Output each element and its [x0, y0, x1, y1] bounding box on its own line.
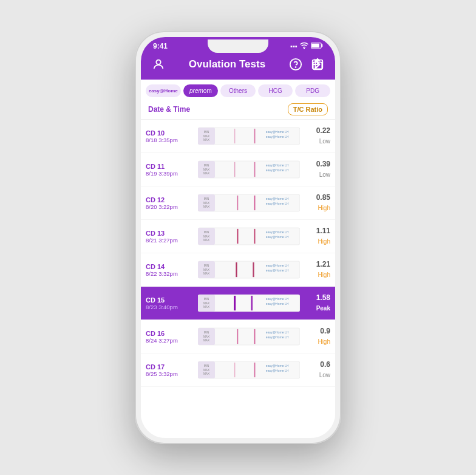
row-date-cd14: CD 14 8/22 3:32pm [146, 263, 194, 277]
svg-text:easy@Home LH: easy@Home LH [266, 135, 289, 138]
svg-text:easy@Home LH: easy@Home LH [266, 235, 289, 239]
result-cd15: 1.58 Peak [304, 293, 330, 313]
row-date-cd13: CD 13 8/21 3:27pm [146, 230, 194, 244]
svg-text:MIN: MIN [204, 264, 209, 267]
tab-premom[interactable]: premom [183, 84, 219, 97]
svg-text:MAX: MAX [203, 268, 210, 272]
row-date-cd17: CD 17 8/25 3:32pm [146, 363, 194, 377]
battery-icon [311, 42, 323, 50]
share-button[interactable] [310, 56, 325, 72]
svg-text:easy@Home LH: easy@Home LH [266, 302, 289, 306]
test-strip-cd11: MIN MAX MAX easy@Home LH easy@Home LH [198, 157, 300, 182]
svg-text:easy@Home LH: easy@Home LH [266, 364, 289, 367]
test-strip-cd13: MIN MAX MAX easy@Home LH easy@Home LH [198, 224, 300, 249]
test-row-peak: CD 15 8/23 3:40pm MIN MAX MAX easy@Home … [141, 287, 335, 320]
svg-text:easy@Home LH: easy@Home LH [266, 230, 289, 234]
row-date-cd10: CD 10 8/18 3:35pm [146, 129, 194, 143]
test-row: CD 10 8/18 3:35pm MIN MAX MAX easy@Home … [141, 120, 335, 153]
tab-hcg[interactable]: HCG [258, 84, 293, 97]
result-cd12: 0.85 High [304, 193, 330, 213]
result-cd13: 1.11 High [304, 227, 330, 246]
row-date-cd11: CD 11 8/19 3:39pm [146, 163, 194, 177]
svg-point-0 [304, 48, 305, 49]
result-cd17: 0.6 Low [304, 360, 330, 380]
result-cd10: 0.22 Low [304, 126, 330, 146]
svg-text:MAX: MAX [203, 339, 210, 342]
svg-text:MAX: MAX [203, 306, 210, 309]
test-strip-cd10: MIN MAX MAX easy@Home LH easy@Home LH [198, 123, 300, 149]
tab-bar: easy@Home premom Others HCG PDG [141, 80, 335, 100]
status-icons: ▪▪▪ [290, 42, 323, 50]
phone-screen: 9:41 ▪▪▪ [141, 37, 335, 438]
svg-text:MIN: MIN [204, 164, 209, 167]
svg-text:easy@Home LH: easy@Home LH [266, 202, 289, 205]
svg-text:easy@Home LH: easy@Home LH [266, 297, 289, 301]
svg-text:MAX: MAX [203, 302, 210, 305]
svg-text:MAX: MAX [203, 135, 210, 138]
app-header: Ovulation Tests [141, 53, 335, 80]
svg-text:MIN: MIN [204, 231, 209, 234]
svg-text:MAX: MAX [203, 235, 210, 238]
status-bar: 9:41 ▪▪▪ [141, 37, 335, 53]
test-results-list[interactable]: CD 10 8/18 3:35pm MIN MAX MAX easy@Home … [141, 120, 335, 438]
test-row: CD 13 8/21 3:27pm MIN MAX MAX easy@Home … [141, 220, 335, 253]
result-cd16: 0.9 High [304, 327, 330, 346]
ratio-column-header: T/C Ratio [288, 103, 328, 115]
date-column-header: Date & Time [148, 105, 190, 114]
svg-text:MIN: MIN [204, 331, 209, 334]
svg-rect-2 [311, 44, 319, 47]
result-cd14: 1.21 High [304, 260, 330, 279]
row-date-cd12: CD 12 8/20 3:22pm [146, 196, 194, 210]
svg-text:easy@Home LH: easy@Home LH [266, 330, 289, 334]
profile-button[interactable] [151, 56, 166, 72]
svg-text:easy@Home LH: easy@Home LH [266, 335, 289, 339]
tab-pdg[interactable]: PDG [295, 84, 330, 97]
help-button[interactable] [288, 56, 304, 72]
svg-text:easy@Home LH: easy@Home LH [266, 268, 289, 272]
svg-text:MAX: MAX [203, 138, 210, 142]
svg-text:easy@Home LH: easy@Home LH [266, 168, 289, 172]
svg-text:easy@Home LH: easy@Home LH [266, 130, 289, 134]
status-time: 9:41 [153, 42, 168, 50]
wifi-icon [300, 42, 308, 50]
test-row: CD 17 8/25 3:32pm MIN MAX MAX easy@Home … [141, 354, 335, 387]
svg-text:MIN: MIN [204, 197, 209, 200]
result-cd11: 0.39 Low [304, 160, 330, 179]
svg-text:MAX: MAX [203, 168, 210, 171]
test-row: CD 16 8/24 3:27pm MIN MAX MAX easy@Home … [141, 320, 335, 354]
tab-others[interactable]: Others [220, 84, 256, 97]
test-row: CD 12 8/20 3:22pm MIN MAX MAX easy@Home … [141, 186, 335, 220]
signal-icon: ▪▪▪ [290, 43, 298, 50]
svg-text:easy@Home LH: easy@Home LH [266, 197, 289, 200]
svg-text:easy@Home LH: easy@Home LH [266, 369, 289, 372]
row-date-cd15: CD 15 8/23 3:40pm [146, 296, 194, 310]
svg-text:MAX: MAX [203, 202, 210, 205]
test-row: CD 14 8/22 3:32pm MIN MAX MAX easy@Home … [141, 253, 335, 287]
svg-point-6 [296, 67, 296, 67]
svg-text:MAX: MAX [203, 372, 210, 375]
svg-text:easy@Home LH: easy@Home LH [266, 264, 289, 267]
svg-text:MAX: MAX [203, 205, 210, 208]
page-title: Ovulation Tests [189, 58, 265, 70]
row-date-cd16: CD 16 8/24 3:27pm [146, 330, 194, 344]
svg-text:MIN: MIN [204, 298, 209, 301]
test-row: CD 11 8/19 3:39pm MIN MAX MAX easy@Home … [141, 153, 335, 186]
svg-text:MIN: MIN [204, 364, 209, 367]
svg-text:MAX: MAX [203, 272, 210, 275]
svg-text:MAX: MAX [203, 172, 210, 175]
svg-text:MAX: MAX [203, 335, 210, 338]
svg-text:MAX: MAX [203, 369, 210, 372]
test-strip-cd14: MIN MAX MAX easy@Home LH easy@Home LH [198, 257, 300, 282]
svg-text:MAX: MAX [203, 239, 210, 242]
phone-frame: 9:41 ▪▪▪ [135, 31, 341, 444]
column-header: Date & Time T/C Ratio [141, 100, 335, 120]
test-strip-cd15: MIN MAX MAX easy@Home LH easy@Home LH [198, 290, 300, 316]
tab-easy-home[interactable]: easy@Home [146, 84, 181, 97]
test-strip-cd17: MIN MAX MAX easy@Home LH easy@Home LH [198, 357, 300, 383]
svg-text:MIN: MIN [204, 131, 209, 134]
test-strip-cd12: MIN MAX MAX easy@Home LH easy@Home LH [198, 190, 300, 216]
svg-point-4 [156, 60, 160, 64]
svg-text:easy@Home LH: easy@Home LH [266, 163, 289, 167]
test-strip-cd16: MIN MAX MAX easy@Home LH easy@Home LH [198, 324, 300, 349]
svg-rect-3 [321, 44, 322, 47]
